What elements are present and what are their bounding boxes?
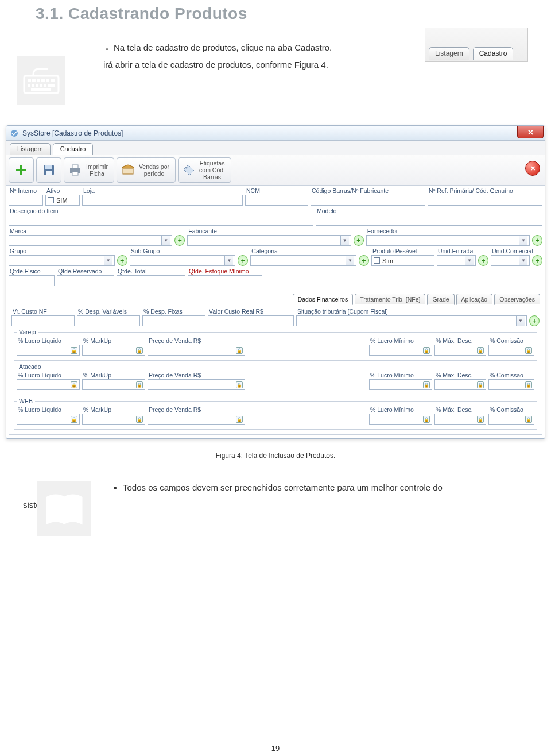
- toolbar-close-button[interactable]: ✕: [525, 161, 540, 176]
- lock-icon[interactable]: 🔒: [71, 416, 77, 423]
- varejo-comissao-input[interactable]: 🔒: [488, 345, 534, 356]
- lock-icon[interactable]: 🔒: [477, 381, 484, 388]
- marca-select[interactable]: ▼: [9, 235, 172, 246]
- pesavel-checkbox[interactable]: Sim: [371, 255, 434, 266]
- chevron-down-icon[interactable]: ▼: [161, 236, 170, 245]
- add-unid-entrada-button[interactable]: +: [478, 255, 488, 266]
- modelo-input[interactable]: [316, 215, 542, 226]
- qtde-total-input[interactable]: [117, 275, 185, 286]
- desp-fixas-input[interactable]: [142, 315, 205, 326]
- qtde-reservado-input[interactable]: [57, 275, 114, 286]
- add-fabricante-button[interactable]: +: [354, 235, 364, 246]
- web-preco-input[interactable]: 🔒: [148, 414, 245, 425]
- ativo-checkbox[interactable]: SIM: [45, 195, 80, 206]
- tab-cadastro[interactable]: Cadastro: [53, 143, 94, 155]
- unid-entrada-select[interactable]: ▼: [437, 255, 476, 266]
- varejo-markup-input[interactable]: 🔒: [82, 345, 145, 356]
- inner-tab-aplicacao[interactable]: Aplicação: [456, 294, 493, 305]
- add-grupo-button[interactable]: +: [117, 255, 127, 266]
- lock-icon[interactable]: 🔒: [136, 416, 143, 423]
- qtde-min-input[interactable]: [188, 275, 262, 286]
- atacado-maxdesc-label: % Máx. Desc.: [434, 371, 486, 379]
- atacado-markup-input[interactable]: 🔒: [82, 379, 145, 390]
- chevron-down-icon[interactable]: ▼: [346, 256, 354, 265]
- fabricante-select[interactable]: ▼: [187, 235, 351, 246]
- varejo-lucromin-input[interactable]: 🔒: [369, 345, 432, 356]
- categoria-select[interactable]: ▼: [250, 255, 356, 266]
- ncm-input[interactable]: [245, 195, 308, 206]
- desp-var-input[interactable]: [77, 315, 140, 326]
- lock-icon[interactable]: 🔒: [236, 381, 243, 388]
- add-categoria-button[interactable]: +: [359, 255, 369, 266]
- lock-icon[interactable]: 🔒: [423, 416, 430, 423]
- inner-tab-trat-trib[interactable]: Tratamento Trib. [NFe]: [355, 294, 425, 305]
- atacado-lucro-input[interactable]: 🔒: [17, 379, 80, 390]
- lock-icon[interactable]: 🔒: [423, 381, 430, 388]
- varejo-preco-input[interactable]: 🔒: [148, 345, 245, 356]
- lock-icon[interactable]: 🔒: [477, 347, 484, 354]
- inner-tab-dados-fin[interactable]: Dados Financeiros: [293, 294, 354, 305]
- no-ref-input[interactable]: [428, 195, 542, 206]
- web-lucro-input[interactable]: 🔒: [17, 414, 80, 425]
- custo-nf-input[interactable]: [11, 315, 75, 326]
- mini-tab-cadastro[interactable]: Cadastro: [473, 47, 514, 60]
- web-markup-input[interactable]: 🔒: [82, 414, 145, 425]
- chevron-down-icon[interactable]: ▼: [340, 236, 349, 245]
- window-close-button[interactable]: ✕: [517, 126, 544, 138]
- varejo-lucro-input[interactable]: 🔒: [17, 345, 80, 356]
- add-subgrupo-button[interactable]: +: [238, 255, 248, 266]
- lock-icon[interactable]: 🔒: [423, 347, 430, 354]
- mini-tab-listagem[interactable]: Listagem: [429, 47, 469, 60]
- new-button[interactable]: [9, 157, 34, 183]
- tab-listagem[interactable]: Listagem: [10, 143, 51, 155]
- lock-icon[interactable]: 🔒: [525, 347, 532, 354]
- atacado-maxdesc-input[interactable]: 🔒: [434, 379, 486, 390]
- etiquetas-button[interactable]: Etiquetas com Cód. Barras: [178, 157, 231, 183]
- varejo-maxdesc-input[interactable]: 🔒: [434, 345, 486, 356]
- lock-icon[interactable]: 🔒: [136, 381, 143, 388]
- web-lucromin-input[interactable]: 🔒: [369, 414, 432, 425]
- lock-icon[interactable]: 🔒: [525, 381, 532, 388]
- desp-var-label: % Desp. Variáveis: [77, 307, 140, 315]
- lock-icon[interactable]: 🔒: [236, 416, 243, 423]
- custo-real-input[interactable]: [208, 315, 294, 326]
- chevron-down-icon[interactable]: ▼: [516, 316, 525, 326]
- grupo-select[interactable]: ▼: [9, 255, 115, 266]
- fornecedor-select[interactable]: ▼: [366, 235, 530, 246]
- imprimir-button[interactable]: Imprimir Ficha: [64, 157, 114, 183]
- chevron-down-icon[interactable]: ▼: [465, 256, 474, 265]
- codigo-barras-input[interactable]: [311, 195, 425, 206]
- add-sit-trib-button[interactable]: +: [529, 315, 540, 326]
- lock-icon[interactable]: 🔒: [136, 347, 143, 354]
- inner-tab-obs[interactable]: Observações: [494, 294, 540, 305]
- loja-input[interactable]: [82, 195, 243, 206]
- lock-icon[interactable]: 🔒: [525, 416, 532, 423]
- lock-icon[interactable]: 🔒: [236, 347, 243, 354]
- svg-rect-9: [36, 84, 38, 87]
- sit-trib-select[interactable]: ▼: [296, 315, 527, 326]
- add-marca-button[interactable]: +: [174, 235, 185, 246]
- atacado-preco-input[interactable]: 🔒: [148, 379, 245, 390]
- chevron-down-icon[interactable]: ▼: [224, 256, 233, 265]
- unid-comercial-select[interactable]: ▼: [491, 255, 530, 266]
- add-unid-comercial-button[interactable]: +: [532, 255, 542, 266]
- web-maxdesc-input[interactable]: 🔒: [434, 414, 486, 425]
- lock-icon[interactable]: 🔒: [71, 381, 77, 388]
- atacado-comissao-input[interactable]: 🔒: [488, 379, 534, 390]
- save-button[interactable]: [36, 157, 61, 183]
- web-comissao-input[interactable]: 🔒: [488, 414, 534, 425]
- qtde-fisico-input[interactable]: [9, 275, 55, 286]
- subgrupo-select[interactable]: ▼: [130, 255, 236, 266]
- chevron-down-icon[interactable]: ▼: [519, 256, 527, 265]
- chevron-down-icon[interactable]: ▼: [104, 256, 112, 265]
- no-interno-input[interactable]: [9, 195, 43, 206]
- atacado-lucromin-input[interactable]: 🔒: [369, 379, 432, 390]
- descricao-input[interactable]: [9, 215, 313, 226]
- inner-tab-grade[interactable]: Grade: [427, 294, 454, 305]
- chevron-down-icon[interactable]: ▼: [519, 236, 527, 245]
- qtde-min-label: Qtde. Estoque Mínimo: [188, 267, 262, 275]
- lock-icon[interactable]: 🔒: [477, 416, 484, 423]
- add-fornecedor-button[interactable]: +: [532, 235, 542, 246]
- vendas-button[interactable]: Vendas por período: [117, 157, 176, 183]
- lock-icon[interactable]: 🔒: [71, 347, 77, 354]
